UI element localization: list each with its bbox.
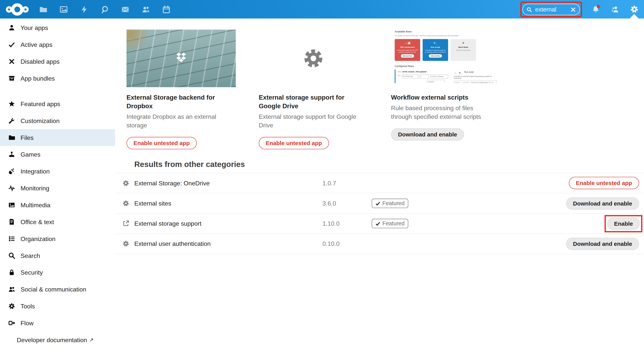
sidebar-item-disabled-apps[interactable]: Disabled apps [0, 53, 115, 70]
sidebar-item-label: Featured apps [20, 100, 60, 107]
check-icon [376, 201, 380, 206]
gear-icon [122, 179, 130, 187]
app-store-content: External Storage backend for Dropbox Int… [115, 19, 644, 360]
check-icon [376, 221, 380, 226]
featured-badge-label: Featured [382, 221, 404, 227]
list-icon [8, 235, 15, 242]
sidebar-item-social-communication[interactable]: Social & communication [0, 281, 115, 298]
developer-documentation-link[interactable]: Developer documentation ↗ [0, 331, 115, 348]
talk-icon[interactable] [94, 0, 115, 19]
app-name[interactable]: External user authentication [134, 240, 211, 247]
notifications-bell-icon[interactable] [586, 0, 606, 19]
dropbox-app-screenshot [126, 30, 236, 87]
enable-untested-app-button[interactable]: Enable untested app [126, 137, 197, 149]
gear-icon [122, 200, 130, 207]
contacts-icon[interactable] [136, 0, 156, 19]
sidebar-item-your-apps[interactable]: Your apps [0, 19, 115, 36]
sidebar-item-search[interactable]: Search [0, 247, 115, 264]
app-name[interactable]: External sites [134, 200, 171, 207]
unified-search[interactable] [522, 4, 580, 15]
wf-available-flows-hint: For details on how to write your own flo… [395, 35, 498, 37]
enable-untested-app-button[interactable]: Enable untested app [259, 137, 329, 149]
sidebar-item-label: Tools [20, 303, 35, 309]
sidebar-item-security[interactable]: Security [0, 264, 115, 281]
contacts-menu-icon[interactable] [606, 0, 625, 19]
sidebar-item-games[interactable]: Games [0, 146, 115, 163]
app-card-dropbox: External Storage backend for Dropbox Int… [126, 30, 236, 149]
featured-badge: Featured [372, 199, 408, 208]
nextcloud-logo[interactable] [4, 1, 31, 18]
table-row-external-storage-support: External storage support 1.10.0 Featured… [115, 213, 644, 234]
photos-icon[interactable] [54, 0, 74, 19]
sidebar-item-label: Your apps [20, 24, 48, 31]
enable-annotation-box: Enable [604, 215, 642, 232]
wf-action-title: Run script [464, 71, 474, 73]
sidebar-item-flow[interactable]: Flow [0, 314, 115, 331]
sidebar-item-office-text[interactable]: Office & text [0, 213, 115, 230]
sidebar-item-customization[interactable]: Customization [0, 112, 115, 129]
sidebar-item-multimedia[interactable]: Multimedia [0, 197, 115, 213]
app-name[interactable]: External storage support [134, 220, 202, 227]
wf-add-new-flow-button: Add new flow [429, 54, 442, 58]
sidebar-item-organization[interactable]: Organization [0, 230, 115, 247]
wf-card-description: Pass files to external scripts for proce… [424, 49, 446, 53]
download-and-enable-button[interactable]: Download and enable [391, 128, 464, 141]
dropbox-logo-icon [173, 51, 189, 68]
wrench-icon [8, 117, 15, 124]
download-and-enable-button[interactable]: Download and enable [566, 238, 639, 250]
wf-terminal-icon: >_ [459, 71, 462, 75]
settings-gear-icon[interactable] [625, 0, 644, 19]
joystick-icon [8, 151, 15, 158]
enable-untested-app-button[interactable]: Enable untested app [569, 177, 639, 189]
activity-icon[interactable] [74, 0, 94, 19]
sidebar-item-label: Games [20, 151, 40, 158]
app-card-title[interactable]: Workflow external scripts [391, 93, 468, 101]
app-card-title[interactable]: External Storage backend for Dropbox [126, 93, 236, 110]
sidebar-item-label: Disabled apps [20, 58, 60, 65]
people-icon [8, 286, 15, 293]
sidebar-item-app-bundles[interactable]: App bundles [0, 70, 115, 87]
mail-icon[interactable] [115, 0, 136, 19]
table-row-external-storage-onedrive: External Storage: OneDrive 1.0.7 Enable … [115, 173, 644, 193]
sidebar-item-active-apps[interactable]: Active apps [0, 36, 115, 53]
sidebar-item-monitoring[interactable]: Monitoring [0, 179, 115, 197]
wf-filter-field: text/plain [427, 80, 445, 83]
sidebar-item-tools[interactable]: Tools [0, 298, 115, 314]
app-card-title[interactable]: External storage support for Google Driv… [259, 93, 368, 110]
archive-icon [8, 75, 15, 82]
sidebar-item-label: Security [20, 269, 43, 276]
apps-sidebar: Your apps Active apps Disabled apps App … [0, 19, 115, 360]
sidebar-item-label: Flow [20, 319, 34, 326]
enable-button[interactable]: Enable [607, 218, 640, 230]
external-icon [122, 220, 130, 227]
sidebar-item-label: Active apps [20, 41, 52, 48]
magnify-icon [8, 252, 15, 259]
search-input[interactable] [534, 6, 570, 13]
sidebar-separator [0, 87, 115, 95]
wf-when-value: ■ File created , File updated [402, 71, 426, 73]
sidebar-item-files[interactable]: Files [0, 129, 115, 146]
calendar-icon[interactable] [156, 0, 176, 19]
wf-script-command: style -L .tiv %f > /Laktest/%a/$basename… [454, 81, 497, 83]
sidebar-item-label: Customization [20, 117, 60, 124]
app-version: 1.0.7 [322, 179, 336, 187]
star-icon [8, 100, 15, 107]
wf-card-description: Convert documents into the PDF format on… [396, 49, 418, 53]
magnify-icon [526, 7, 532, 12]
sidebar-item-integration[interactable]: Integration [0, 163, 115, 180]
files-icon[interactable] [33, 0, 53, 19]
download-and-enable-button[interactable]: Download and enable [566, 197, 639, 210]
top-bar [0, 0, 644, 19]
search-annotation-box [520, 2, 582, 17]
wf-card-description: Browse the app store [456, 49, 470, 51]
app-card-google-drive: External storage support for Google Driv… [259, 30, 368, 149]
app-window: Your apps Active apps Disabled apps App … [0, 0, 644, 360]
featured-badge: Featured [372, 219, 408, 228]
wf-when-label: When [398, 71, 402, 73]
results-heading: Results from other categories [134, 160, 245, 169]
clear-icon[interactable] [570, 7, 576, 12]
sidebar-item-featured-apps[interactable]: Featured apps [0, 95, 115, 112]
app-card-description: Integrate Dropbox as an external storage [126, 112, 236, 129]
app-name[interactable]: External Storage: OneDrive [134, 179, 210, 187]
plug-icon [8, 168, 15, 175]
